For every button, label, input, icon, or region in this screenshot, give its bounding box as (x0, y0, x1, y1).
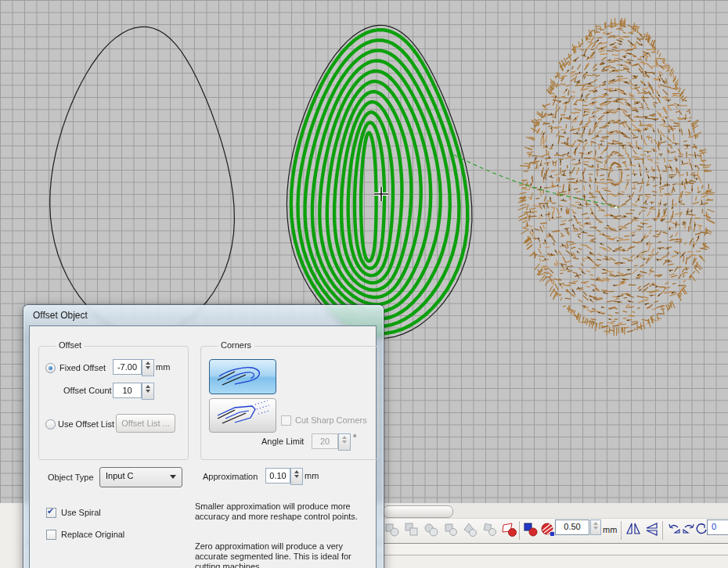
stitch-offset-unit: mm (603, 525, 617, 534)
use-offset-list-radio[interactable] (45, 419, 56, 430)
object-type-combobox[interactable]: Input C (99, 467, 182, 487)
offset-count-stepper[interactable] (142, 383, 154, 400)
object-type-label: Object Type (48, 473, 94, 482)
stitch-offset-input[interactable]: 0.50 (555, 519, 589, 535)
approximation-unit: mm (305, 471, 319, 480)
shape-op-icon[interactable] (443, 522, 459, 537)
shape-op-icon[interactable] (384, 522, 400, 537)
shape-op-icon[interactable] (482, 522, 498, 537)
overlap-objects-icon[interactable] (523, 522, 539, 537)
offset-object-dialog[interactable]: Offset Object Offset Fixed Offset -7.00 … (23, 305, 384, 568)
outline-shape[interactable] (50, 27, 235, 336)
angle-limit-unit: ° (353, 433, 356, 442)
shape-op-icon[interactable] (423, 522, 439, 537)
flip-vertical-icon[interactable] (644, 522, 660, 537)
dialog-title: Offset Object (33, 310, 88, 321)
offset-group-label: Offset (56, 340, 85, 350)
use-spiral-label: Use Spiral (61, 508, 101, 517)
toolbar-separator (621, 521, 622, 540)
offset-count-input[interactable]: 10 (113, 383, 142, 398)
replace-original-checkbox[interactable] (46, 530, 56, 540)
pattern-fill-icon[interactable] (540, 522, 556, 537)
trim-shape-icon[interactable] (502, 522, 517, 537)
cut-sharp-corners-label: Cut Sharp Corners (295, 415, 367, 425)
fixed-offset-label: Fixed Offset (59, 363, 106, 372)
horizontal-scrollbar-thumb[interactable] (383, 505, 453, 518)
use-offset-list-label: Use Offset List (58, 419, 114, 429)
sharp-corners-button[interactable] (209, 398, 276, 433)
offset-count-label: Offset Count (63, 386, 112, 395)
spiral-offset-shape[interactable] (291, 30, 468, 333)
cut-sharp-corners-checkbox[interactable] (281, 415, 291, 426)
approximation-stepper[interactable] (290, 468, 303, 485)
corners-group-label: Corners (218, 340, 254, 350)
object-type-value: Input C (106, 471, 133, 480)
approximation-label: Approximation (203, 472, 258, 481)
stitch-end-point (614, 206, 617, 208)
approximation-help-text: Smaller approximation will produce more … (195, 501, 377, 522)
round-corners-button[interactable] (209, 359, 276, 394)
toolbar-separator (662, 521, 663, 540)
toolbar-separator (519, 521, 520, 540)
fixed-offset-input[interactable]: -7.00 (113, 359, 142, 375)
app-window: 0.50 mm 0 1 2 0 A=-14 Offset Object Offs… (0, 0, 728, 568)
fixed-offset-radio[interactable] (45, 363, 56, 373)
flip-horizontal-icon[interactable] (625, 522, 641, 537)
rotate-angle-input[interactable]: 0 (707, 519, 728, 535)
fixed-offset-stepper[interactable] (142, 359, 154, 376)
replace-original-label: Replace Original (61, 530, 124, 539)
palette-sliver: 1 2 0 A=-14 (0, 503, 26, 568)
stitched-shape[interactable] (517, 18, 715, 336)
fixed-offset-unit: mm (156, 362, 170, 372)
angle-limit-label: Angle Limit (261, 437, 304, 446)
approximation-help-text-2: Zero approximation will produce a very a… (195, 541, 377, 568)
offset-list-button[interactable]: Offset List ... (116, 414, 175, 433)
shape-op-icon[interactable] (404, 522, 420, 537)
use-spiral-checkbox[interactable] (46, 508, 56, 518)
shape-op-icon[interactable] (463, 522, 478, 537)
dialog-client-area: Offset Fixed Offset -7.00 mm Offset Coun… (29, 325, 377, 568)
stitch-offset-stepper[interactable] (590, 519, 601, 535)
sharp-corners-icon (210, 399, 274, 430)
angle-limit-stepper[interactable] (338, 433, 351, 451)
round-corners-icon (210, 360, 274, 392)
approximation-input[interactable]: 0.10 (265, 468, 290, 484)
angle-limit-input[interactable]: 20 (312, 433, 338, 449)
chevron-down-icon (170, 475, 176, 479)
